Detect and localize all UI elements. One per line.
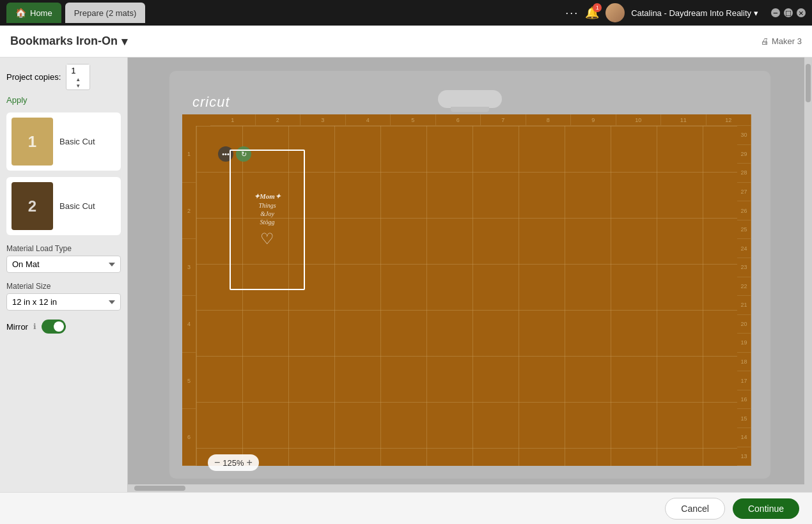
copies-row: Project copies: ▲ ▼	[6, 64, 121, 90]
zoom-out-button[interactable]: −	[214, 457, 220, 468]
machine-badge: 🖨 Maker 3	[761, 36, 802, 46]
ruler-top: 1 2 3 4 5 6 7 8 9 10 11 12	[196, 114, 751, 126]
grid-mat: 1 2 3 4 5 6 7 8 9 10 11 12	[182, 114, 751, 466]
app-header: Bookmarks Iron-On ▾ 🖨 Maker 3	[0, 26, 812, 58]
ruler-right-22: 22	[737, 277, 751, 297]
material-load-type-select[interactable]: On Mat Without Mat	[6, 256, 121, 273]
apply-button[interactable]: Apply	[6, 95, 27, 105]
mirror-toggle[interactable]	[42, 320, 66, 334]
vertical-scrollbar[interactable]	[804, 58, 812, 492]
ruler-top-7: 7	[481, 114, 526, 126]
ruler-top-2: 2	[256, 114, 301, 126]
zoom-in-button[interactable]: +	[247, 457, 253, 468]
ruler-right-28: 28	[737, 164, 751, 183]
horizontal-scrollbar[interactable]	[128, 484, 804, 492]
copies-arrows: ▲ ▼	[66, 77, 90, 89]
ruler-top-8: 8	[526, 114, 572, 126]
mat-item-1[interactable]: 1 Basic Cut	[6, 112, 121, 171]
zoom-bar: − 125% +	[208, 454, 259, 471]
sidebar: Project copies: ▲ ▼ Apply 1 Basic Cut 2 …	[0, 58, 128, 492]
ruler-right-25: 25	[737, 220, 751, 240]
ruler-right-19: 19	[737, 334, 751, 353]
mirror-row: Mirror ℹ	[6, 320, 121, 334]
mat-number-1: 1	[28, 133, 36, 151]
close-button[interactable]: ×	[797, 8, 806, 17]
ruler-right-14: 14	[737, 428, 751, 447]
ruler-right: 30 29 28 27 26 25 24 23 22 21 20 19 18 1…	[737, 126, 751, 466]
ruler-right-17: 17	[737, 371, 751, 390]
cancel-button[interactable]: Cancel	[665, 498, 725, 520]
material-load-type-label: Material Load Type	[6, 244, 121, 253]
project-title[interactable]: Bookmarks Iron-On ▾	[10, 35, 127, 49]
maximize-button[interactable]: □	[784, 8, 793, 17]
mirror-label: Mirror	[6, 322, 28, 332]
ruler-left-4: 4	[182, 296, 196, 353]
horizontal-scroll-thumb[interactable]	[134, 486, 185, 491]
ruler-left-6: 6	[182, 409, 196, 466]
design-content: ✦Mom✦ Things &Joy Stögg ♡	[231, 151, 304, 289]
design-text-lines: ✦Mom✦ Things &Joy Stögg	[254, 192, 281, 226]
ruler-left-3: 3	[182, 239, 196, 296]
printer-icon: 🖨	[761, 36, 769, 46]
ruler-top-4: 4	[346, 114, 391, 126]
canvas-area: cricut 1 2 3 4 5 6 7	[128, 58, 812, 492]
material-load-type-section: Material Load Type On Mat Without Mat	[6, 244, 121, 273]
ruler-right-20: 20	[737, 315, 751, 334]
ruler-left-5: 5	[182, 353, 196, 410]
ruler-right-15: 15	[737, 409, 751, 428]
mat-label-1: Basic Cut	[59, 137, 95, 146]
cricut-logo: cricut	[192, 94, 230, 111]
titlebar: 🏠 Home Prepare (2 mats) ··· 🔔 1 Catalina…	[0, 0, 812, 26]
mat-handle	[438, 90, 502, 108]
copies-up-button[interactable]: ▲	[66, 77, 90, 83]
design-container[interactable]: ✦Mom✦ Things &Joy Stögg ♡	[230, 150, 305, 290]
ruler-right-27: 27	[737, 183, 751, 202]
main-layout: Project copies: ▲ ▼ Apply 1 Basic Cut 2 …	[0, 58, 812, 492]
more-options-button[interactable]: ···	[565, 6, 579, 20]
ruler-right-16: 16	[737, 390, 751, 410]
zoom-value: 125%	[223, 458, 244, 468]
mat-item-2[interactable]: 2 Basic Cut	[6, 177, 121, 235]
titlebar-left: 🏠 Home Prepare (2 mats)	[6, 3, 145, 23]
titlebar-right: ··· 🔔 1 Catalina - Daydream Into Reality…	[565, 3, 806, 22]
footer: Cancel Continue	[0, 492, 812, 524]
vertical-scroll-thumb[interactable]	[806, 64, 811, 102]
avatar-image	[605, 3, 625, 22]
notification-bell[interactable]: 🔔 1	[585, 6, 599, 20]
mat-canvas-wrapper: cricut 1 2 3 4 5 6 7	[169, 71, 770, 479]
avatar[interactable]	[605, 3, 625, 22]
minimize-button[interactable]: −	[771, 8, 780, 17]
ruler-right-30: 30	[737, 126, 751, 145]
ruler-left: 1 2 3 4 5 6	[182, 126, 196, 466]
ruler-right-24: 24	[737, 239, 751, 258]
tab-prepare[interactable]: Prepare (2 mats)	[65, 3, 146, 23]
material-size-select[interactable]: 12 in x 12 in 12 in x 24 in	[6, 293, 121, 311]
copies-label: Project copies:	[6, 72, 61, 82]
mat-number-2: 2	[28, 197, 36, 215]
notification-badge: 1	[593, 3, 602, 12]
ruler-right-13: 13	[737, 447, 751, 466]
copies-input-wrap: ▲ ▼	[66, 64, 90, 90]
copies-input[interactable]	[66, 65, 90, 77]
tab-home-label: Home	[30, 8, 52, 18]
mat-label-2: Basic Cut	[59, 201, 95, 211]
continue-button[interactable]: Continue	[733, 498, 799, 519]
ruler-right-21: 21	[737, 296, 751, 315]
mat-thumbnail-1: 1	[12, 118, 53, 166]
copies-down-button[interactable]: ▼	[66, 83, 90, 89]
ruler-top-12: 12	[707, 114, 752, 126]
ruler-top-9: 9	[571, 114, 616, 126]
ruler-right-26: 26	[737, 201, 751, 220]
ruler-top-6: 6	[436, 114, 481, 126]
ruler-right-18: 18	[737, 353, 751, 372]
ruler-top-1: 1	[210, 114, 256, 126]
material-size-label: Material Size	[6, 282, 121, 291]
mat-frame: cricut 1 2 3 4 5 6 7	[169, 71, 770, 479]
ruler-left-1: 1	[182, 126, 196, 183]
material-size-section: Material Size 12 in x 12 in 12 in x 24 i…	[6, 282, 121, 311]
tab-home[interactable]: 🏠 Home	[6, 3, 61, 23]
mirror-info-icon[interactable]: ℹ	[33, 322, 36, 331]
project-title-chevron: ▾	[121, 35, 127, 49]
user-name[interactable]: Catalina - Daydream Into Reality ▾	[631, 8, 758, 18]
ruler-left-2: 2	[182, 183, 196, 240]
